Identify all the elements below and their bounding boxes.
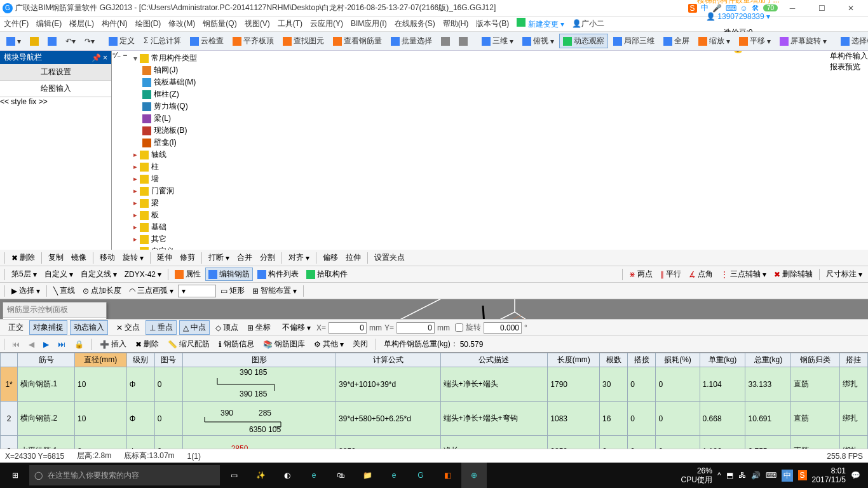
parallel-button[interactable]: ∥ 平行 <box>657 268 684 281</box>
line-tool[interactable]: ╲ 直线 <box>50 284 78 297</box>
open-button[interactable] <box>26 35 43 48</box>
mirror-button[interactable]: 镜像 <box>68 251 90 264</box>
zoom-button[interactable]: 缩放▾ <box>695 34 734 48</box>
ptang-button[interactable]: ∡ 点角 <box>686 268 716 281</box>
tab-project-setting[interactable]: 工程设置 <box>0 64 111 81</box>
coord-toggle[interactable]: ⊞ 坐标 <box>244 321 274 334</box>
nav-next[interactable]: ▶ <box>41 339 51 350</box>
taskbar-clock[interactable]: 8:012017/11/5 <box>812 466 846 484</box>
scale-rebar-button[interactable]: 📏 缩尺配筋 <box>165 337 212 351</box>
dim-button[interactable]: 尺寸标注▾ <box>823 268 865 281</box>
menu-help[interactable]: 帮助(H) <box>443 18 469 29</box>
menu-cloud[interactable]: 云应用(Y) <box>310 18 343 29</box>
break-button[interactable]: 打断▾ <box>205 251 233 264</box>
copy-button[interactable]: 复制 <box>45 251 67 264</box>
task-app3[interactable]: G <box>408 463 433 488</box>
tray-up-icon[interactable]: ^ <box>717 471 721 480</box>
menu-bim[interactable]: BIM应用(I) <box>351 18 387 29</box>
task-app4[interactable]: ◧ <box>435 463 460 488</box>
rebar-display-panel[interactable]: 钢筋显示控制面板 水平纵筋 横向钢筋 显示其它图元 显示详细公式 <box>3 302 107 319</box>
insert-row-button[interactable]: ➕ 插入 <box>97 337 129 351</box>
menu-edit[interactable]: 编辑(E) <box>36 18 62 29</box>
batch-select-button[interactable]: 批量选择 <box>387 34 436 48</box>
undo-button[interactable]: ↶▾ <box>62 35 79 48</box>
merge-button[interactable]: 合并 <box>234 251 255 264</box>
task-explorer[interactable]: 📁 <box>355 463 380 488</box>
extend-button[interactable]: 延伸 <box>154 251 175 264</box>
rebar-info-button[interactable]: ℹ 钢筋信息 <box>216 337 257 351</box>
align-button[interactable]: 对齐▾ <box>285 251 313 264</box>
tb-extra1[interactable] <box>437 35 454 48</box>
save-button[interactable] <box>44 35 60 48</box>
redo-button[interactable]: ↷▾ <box>81 35 98 48</box>
tab-single-input[interactable]: 单构件输入 <box>830 51 868 62</box>
stretch-button[interactable]: 拉伸 <box>342 251 364 264</box>
close-panel-icon[interactable]: × <box>103 53 107 62</box>
menu-view[interactable]: 视图(V) <box>245 18 270 29</box>
comp-list-button[interactable]: 构件列表 <box>254 268 302 281</box>
menu-file[interactable]: 文件(F) <box>4 18 29 29</box>
viewport-3d[interactable]: x y z 钢筋显示控制面板 水平纵筋 横向钢筋 显示其它图元 显示详细公式 <box>0 299 868 319</box>
nav-last[interactable]: ⏭ <box>55 339 68 350</box>
menu-version[interactable]: 版本号(B) <box>476 18 509 29</box>
new-change-button[interactable]: 新建变更 ▾ <box>517 18 564 30</box>
component-tree[interactable]: ▾常用构件类型 轴网(J) 筏板基础(M) 框柱(Z) 剪力墙(Q) 梁(L) … <box>127 51 830 250</box>
cloud-check-button[interactable]: 云检查 <box>186 34 227 48</box>
define-button[interactable]: 定义 <box>105 34 139 48</box>
rebar-lib-button[interactable]: 📚 钢筋图库 <box>261 337 308 351</box>
fullscreen-button[interactable]: 全屏 <box>660 34 693 48</box>
screen-rotate-button[interactable]: 屏幕旋转▾ <box>776 34 831 48</box>
tray-notifications-icon[interactable]: 💬 <box>851 471 860 480</box>
delete-row-button[interactable]: ✖ 删除 <box>133 337 161 351</box>
draw-input[interactable]: ▾ <box>178 285 216 297</box>
edit-rebar-button[interactable]: 编辑钢筋 <box>205 268 253 281</box>
select-floor-button[interactable]: 选择楼层 <box>837 34 868 48</box>
other-button[interactable]: ⚙ 其他▾ <box>311 337 346 351</box>
nav-first[interactable]: ⏮ <box>10 339 22 350</box>
nav-prev[interactable]: ◀ <box>26 339 37 350</box>
delete-button[interactable]: ✖ 删除 <box>8 251 38 264</box>
user-small[interactable]: 👤广小二 <box>572 18 604 29</box>
tb-extra2[interactable] <box>455 35 471 48</box>
dynamic-view-button[interactable]: 动态观察 <box>559 34 608 48</box>
menu-draw[interactable]: 绘图(D) <box>135 18 161 29</box>
pin-icon[interactable]: 📌 <box>92 53 101 62</box>
tray-sogou[interactable]: S <box>798 470 807 480</box>
osnap-toggle[interactable]: 对象捕捉 <box>29 320 67 335</box>
rot-input[interactable] <box>484 322 522 334</box>
task-edge[interactable]: e <box>301 463 327 488</box>
y-input[interactable] <box>397 322 435 334</box>
offset-button[interactable]: 偏移 <box>320 251 341 264</box>
tray-ime-icon[interactable]: ⌨ <box>766 471 776 480</box>
tray-ime-zh[interactable]: 中 <box>782 470 793 482</box>
find-view-button[interactable]: 查找图元 <box>279 34 328 48</box>
taskview-icon[interactable]: ▭ <box>221 463 247 488</box>
custom-dropdown[interactable]: 自定义 ▾ <box>41 268 76 281</box>
menu-tool[interactable]: 工具(T) <box>278 18 302 29</box>
flat-roof-button[interactable]: 平齐板顶 <box>229 34 278 48</box>
customline-dropdown[interactable]: 自定义线 ▾ <box>78 268 120 281</box>
x-input[interactable] <box>329 322 367 334</box>
arc3-tool[interactable]: ◠ 三点画弧 ▾ <box>126 284 177 297</box>
pick-comp-button[interactable]: 拾取构件 <box>303 268 351 281</box>
new-button[interactable]: ▾ <box>3 35 25 48</box>
task-ie[interactable]: e <box>381 463 407 488</box>
warning-text[interactable]: 楼梯的构件数量增加了... <box>697 0 780 6</box>
vertex-toggle[interactable]: ◇ 顶点 <box>212 321 241 334</box>
task-app2[interactable]: ◐ <box>275 463 300 488</box>
task-ggj[interactable]: ⊕ <box>461 463 487 488</box>
menu-online[interactable]: 在线服务(S) <box>395 18 435 29</box>
nooffset-dropdown[interactable]: 不偏移 ▾ <box>279 321 314 334</box>
smart-tool[interactable]: ⊞ 智能布置 ▾ <box>249 284 300 297</box>
nav-lock[interactable]: 🔒 <box>72 339 86 350</box>
tray-volume-icon[interactable]: 🔊 <box>751 471 761 480</box>
menu-component[interactable]: 构件(N) <box>102 18 128 29</box>
ortho-toggle[interactable]: 正交 <box>5 321 27 334</box>
menu-rebar[interactable]: 钢筋量(Q) <box>203 18 236 29</box>
ptlen-tool[interactable]: ⊙ 点加长度 <box>79 284 125 297</box>
dyninput-toggle[interactable]: 动态输入 <box>70 320 108 335</box>
expand-icon[interactable]: ⁺⁄₋ <box>112 51 121 60</box>
taskbar-search[interactable]: ◯ 在这里输入你要搜索的内容 <box>29 465 220 485</box>
move-button[interactable]: 移动 <box>97 251 118 264</box>
sumcalc-button[interactable]: Σ 汇总计算 <box>140 34 185 48</box>
